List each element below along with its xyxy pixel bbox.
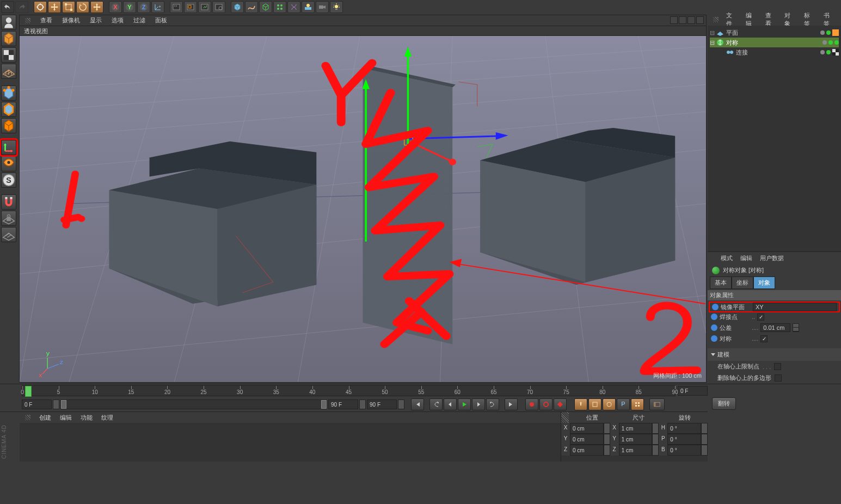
userdata-menu[interactable]: 用户数据 [760, 254, 784, 262]
coord-system-button[interactable] [151, 1, 164, 13]
function-menu[interactable]: 功能 [81, 414, 93, 422]
record-button[interactable] [525, 398, 538, 410]
symmetric-checkbox[interactable] [760, 335, 768, 342]
end-spinner[interactable] [359, 399, 366, 409]
spinner[interactable] [652, 434, 659, 445]
next-key-button[interactable] [486, 398, 499, 410]
options-menu[interactable]: 选项 [112, 16, 124, 24]
spinner[interactable] [604, 434, 610, 445]
spinner[interactable] [701, 434, 708, 445]
display-menu[interactable]: 显示 [90, 16, 102, 24]
weld-checkbox[interactable] [757, 314, 764, 321]
start-frame-field[interactable]: 0 F [22, 399, 52, 409]
current-spinner[interactable] [398, 399, 404, 409]
enable-axis-button[interactable] [1, 140, 16, 155]
object-row-connect[interactable]: 连接 [710, 47, 839, 57]
camera-menu[interactable]: 摄像机 [62, 16, 80, 24]
position-input[interactable]: 0 cm [570, 423, 604, 434]
drag-handle-icon[interactable] [25, 18, 30, 23]
edges-mode-button[interactable] [1, 102, 16, 117]
range-slider[interactable] [60, 399, 327, 409]
prev-frame-button[interactable] [444, 398, 457, 410]
model-mode-button[interactable] [1, 31, 16, 46]
size-input[interactable]: 1 cm [619, 434, 653, 445]
object-row-symmetry[interactable]: ⊟ 对称 [710, 38, 839, 47]
vp-move-icon[interactable] [670, 16, 678, 24]
drag-handle-icon[interactable] [561, 412, 569, 423]
snap-button[interactable]: S [1, 173, 16, 188]
spinner[interactable] [604, 423, 610, 434]
autokey-button[interactable] [539, 398, 553, 410]
layout-button[interactable] [649, 398, 665, 410]
key-param-button[interactable]: P [617, 398, 630, 410]
texture-mode-button[interactable] [1, 47, 16, 63]
cube-primitive-button[interactable] [231, 1, 244, 13]
view-menu[interactable]: 查看 [40, 16, 52, 24]
environment-button[interactable] [302, 1, 315, 13]
undo-button[interactable] [1, 1, 14, 13]
modeling-header[interactable]: 建模 [708, 348, 841, 361]
spinner[interactable] [701, 445, 708, 456]
current-frame-field[interactable]: 90 F [367, 399, 397, 409]
spline-button[interactable] [245, 1, 258, 13]
key-pos-button[interactable] [574, 398, 587, 410]
y-axis-button[interactable]: Y [123, 1, 136, 13]
z-axis-button[interactable]: Z [137, 1, 150, 13]
prev-key-button[interactable] [429, 398, 443, 410]
render-region-button[interactable] [184, 1, 197, 13]
size-input[interactable]: 1 cm [619, 445, 653, 456]
move-tool[interactable] [48, 1, 61, 13]
tab-basic[interactable]: 基本 [710, 276, 732, 289]
mirror-plane-dropdown[interactable]: XY [753, 303, 837, 311]
end-frame-field[interactable]: 90 F [328, 399, 358, 409]
spinner[interactable] [652, 445, 659, 456]
camera-button[interactable] [316, 1, 329, 13]
tab-coord[interactable]: 坐标 [732, 276, 753, 289]
size-input[interactable]: 1 cm [619, 423, 653, 434]
key-rot-button[interactable] [603, 398, 616, 410]
play-button[interactable] [458, 398, 471, 410]
start-spinner[interactable] [53, 399, 59, 409]
tag-checker-icon[interactable] [832, 49, 839, 56]
x-axis-button[interactable]: X [109, 1, 122, 13]
spinner[interactable] [604, 445, 610, 456]
goto-start-button[interactable] [411, 398, 424, 410]
object-row-plane[interactable]: ⊟ 平面 [710, 28, 839, 38]
timeline-ruler[interactable]: 051015202530354045505560657075808590 [22, 385, 676, 396]
rotation-input[interactable]: 0 ° [667, 445, 701, 456]
position-input[interactable]: 0 cm [570, 434, 604, 445]
tag-icon[interactable] [832, 29, 839, 36]
range-start-handle[interactable] [61, 400, 66, 409]
tolerance-spinner[interactable] [793, 323, 799, 332]
make-editable-button[interactable] [1, 15, 16, 30]
tab-object[interactable]: 对象 [753, 276, 775, 289]
deformer-button[interactable] [287, 1, 300, 13]
limit-points-checkbox[interactable] [774, 363, 781, 370]
edit-menu[interactable]: 编辑 [740, 254, 752, 262]
drag-handle-icon[interactable] [713, 17, 719, 22]
scale-tool[interactable] [62, 1, 75, 13]
rotation-input[interactable]: 0 ° [667, 434, 701, 445]
array-button[interactable] [273, 1, 286, 13]
polygons-mode-button[interactable] [1, 118, 16, 133]
planar-workplane-button[interactable] [1, 227, 16, 242]
render-view-button[interactable] [170, 1, 183, 13]
mode-menu[interactable]: 模式 [721, 254, 733, 262]
viewport-canvas[interactable]: y z x [20, 36, 706, 382]
last-tool[interactable] [90, 1, 103, 13]
locked-workplane-button[interactable] [1, 211, 16, 226]
select-tool[interactable] [34, 1, 47, 13]
flip-button[interactable]: 翻转 [712, 397, 736, 410]
edit-menu[interactable]: 编辑 [60, 414, 72, 422]
redo-button[interactable] [15, 1, 28, 13]
nurbs-button[interactable] [259, 1, 272, 13]
workplane-button[interactable] [1, 64, 16, 79]
spinner[interactable] [652, 423, 659, 434]
points-mode-button[interactable] [1, 85, 16, 101]
texture-menu[interactable]: 纹理 [101, 414, 113, 422]
goto-end-button[interactable] [505, 398, 518, 410]
viewport-solo-button[interactable] [1, 156, 16, 171]
key-pla-button[interactable] [631, 398, 644, 410]
spinner[interactable] [701, 423, 708, 434]
timeline-end-field[interactable]: 0 F [678, 386, 708, 396]
